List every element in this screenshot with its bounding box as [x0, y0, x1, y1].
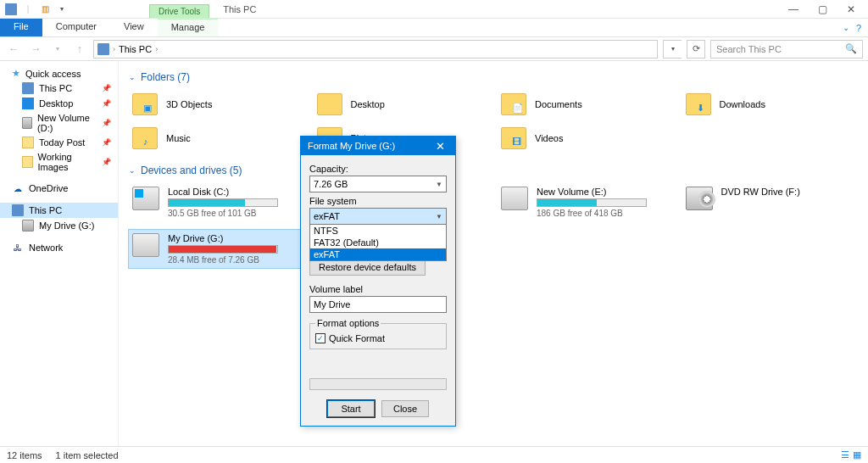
chevron-right-icon: ›	[113, 45, 115, 53]
folder-downloads[interactable]: ⬇Downloads	[682, 90, 859, 119]
content-pane: ⌄ Folders (7) ▣3D Objects Desktop 📄Docum…	[119, 61, 868, 446]
window-controls: — ▢ ✕	[785, 0, 868, 19]
properties-icon[interactable]: ▥	[37, 2, 53, 17]
pin-icon: 📌	[102, 138, 111, 147]
folder-label: Videos	[535, 133, 563, 143]
section-folders-header[interactable]: ⌄ Folders (7)	[129, 71, 858, 83]
status-bar: 12 items 1 item selected ☰ ▦	[0, 446, 868, 463]
folder-icon	[22, 137, 34, 148]
ribbon-tab-view[interactable]: View	[110, 19, 158, 36]
chevron-down-icon: ▼	[436, 181, 442, 188]
window-title: This PC	[209, 4, 270, 14]
folder-music[interactable]: ♪Music	[129, 124, 305, 153]
chevron-down-icon: ⌄	[129, 166, 136, 175]
folder-icon	[22, 156, 33, 168]
start-button[interactable]: Start	[327, 400, 375, 417]
fs-option-fat32[interactable]: FAT32 (Default)	[310, 237, 446, 248]
folder-videos[interactable]: 🎞Videos	[498, 124, 674, 153]
maximize-button[interactable]: ▢	[814, 0, 831, 19]
help-icon[interactable]: ?	[856, 23, 861, 33]
refresh-button[interactable]: ⟳	[687, 40, 705, 59]
close-button[interactable]: ✕	[843, 0, 860, 19]
address-pc-icon	[97, 43, 109, 55]
section-title: Folders (7)	[141, 71, 190, 83]
drive-icon	[22, 220, 34, 232]
sidebar-item-label: Today Post	[39, 137, 85, 148]
nav-back-button[interactable]: ←	[5, 42, 22, 55]
qat-sep: |	[20, 2, 36, 17]
dialog-title: Format My Drive (G:)	[308, 141, 395, 151]
ribbon-tab-computer[interactable]: Computer	[42, 19, 110, 36]
section-drives-header[interactable]: ⌄ Devices and drives (5)	[129, 165, 858, 176]
folder-label: Documents	[535, 99, 582, 109]
chevron-right-icon: ›	[155, 45, 158, 53]
folder-documents[interactable]: 📄Documents	[498, 90, 674, 119]
folder-label: 3D Objects	[166, 99, 212, 109]
sidebar-label: OneDrive	[29, 183, 68, 193]
restore-defaults-button[interactable]: Restore device defaults	[309, 259, 426, 276]
nav-forward-button[interactable]: →	[27, 42, 44, 55]
close-dialog-button[interactable]: Close	[381, 400, 429, 417]
pin-icon: 📌	[102, 84, 111, 92]
sidebar-item-todaypost[interactable]: Today Post📌	[0, 135, 118, 150]
nav-up-button[interactable]: ↑	[71, 42, 88, 55]
file-system-dropdown-list: NTFS FAT32 (Default) exFAT	[309, 225, 447, 261]
fs-option-ntfs[interactable]: NTFS	[310, 225, 446, 237]
nav-recent-dropdown[interactable]: ▾	[49, 45, 66, 53]
drive-icon	[22, 117, 32, 129]
sidebar-this-pc[interactable]: This PC	[0, 203, 118, 218]
fs-option-exfat[interactable]: exFAT	[310, 248, 446, 260]
drive-usage-bar	[168, 198, 278, 207]
quick-format-checkbox[interactable]: ✓ Quick Format	[315, 333, 441, 343]
section-title: Devices and drives (5)	[141, 165, 242, 176]
sidebar-item-desktop[interactable]: Desktop📌	[0, 96, 118, 111]
file-system-select[interactable]: exFAT ▼	[309, 208, 447, 225]
dialog-title-bar[interactable]: Format My Drive (G:) ✕	[301, 137, 455, 155]
ribbon-expand-icon[interactable]: ⌄	[843, 23, 849, 32]
volume-label-value: My Drive	[314, 299, 350, 310]
folder-icon: 📄	[501, 93, 526, 115]
dialog-close-button[interactable]: ✕	[432, 140, 448, 153]
minimize-button[interactable]: —	[785, 0, 802, 19]
folder-desktop[interactable]: Desktop	[314, 90, 490, 119]
ribbon-tab-file[interactable]: File	[0, 19, 42, 36]
search-input[interactable]: Search This PC 🔍	[710, 40, 863, 59]
address-bar[interactable]: › This PC ›	[93, 40, 658, 59]
pin-icon: 📌	[102, 119, 111, 127]
pc-icon	[12, 204, 24, 216]
folder-label: Music	[166, 133, 191, 143]
drive-my-drive-g[interactable]: My Drive (G:) 28.4 MB free of 7.26 GB	[129, 230, 305, 268]
sidebar-item-label: This PC	[39, 83, 72, 93]
sidebar-item-mydrive[interactable]: My Drive (G:)	[0, 218, 118, 233]
drive-dvd-rw-f[interactable]: DVD RW Drive (F:)	[682, 183, 859, 221]
sidebar-item-label: Working Images	[38, 152, 97, 172]
drive-new-volume-e[interactable]: New Volume (E:) 186 GB free of 418 GB	[498, 183, 674, 221]
volume-label-input[interactable]: My Drive	[309, 296, 447, 313]
sidebar-item-thispc[interactable]: This PC📌	[0, 81, 118, 96]
search-icon: 🔍	[845, 43, 857, 54]
drive-label: DVD RW Drive (F:)	[721, 187, 855, 197]
sidebar-item-label: Desktop	[39, 98, 73, 109]
sidebar-label: Network	[29, 243, 63, 253]
sidebar-item-newvolume[interactable]: New Volume (D:)📌	[0, 111, 118, 135]
navigation-pane: ★ Quick access This PC📌 Desktop📌 New Vol…	[0, 61, 119, 446]
ribbon-tab-manage[interactable]: Manage	[158, 19, 219, 36]
status-item-count: 12 items	[7, 450, 42, 460]
view-tiles-icon[interactable]: ▦	[853, 449, 861, 460]
drive-label: Local Disk (C:)	[168, 187, 302, 197]
qat-dropdown-icon[interactable]: ▾	[54, 2, 70, 17]
sidebar-item-workingimages[interactable]: Working Images📌	[0, 150, 118, 174]
sidebar-network[interactable]: 🖧Network	[0, 240, 118, 255]
view-details-icon[interactable]: ☰	[841, 449, 849, 460]
address-history-dropdown[interactable]: ▾	[663, 40, 682, 59]
title-bar: | ▥ ▾ Drive Tools This PC — ▢ ✕	[0, 0, 868, 19]
drive-label: New Volume (E:)	[537, 187, 670, 197]
drive-usage-bar	[537, 198, 647, 207]
sidebar-quick-access[interactable]: ★ Quick access	[0, 66, 118, 81]
desktop-icon	[22, 98, 34, 109]
folder-icon	[317, 93, 342, 115]
capacity-select[interactable]: 7.26 GB ▼	[309, 176, 447, 192]
drive-local-c[interactable]: Local Disk (C:) 30.5 GB free of 101 GB	[129, 183, 305, 221]
folder-3d-objects[interactable]: ▣3D Objects	[129, 90, 305, 119]
sidebar-onedrive[interactable]: ☁OneDrive	[0, 181, 118, 196]
